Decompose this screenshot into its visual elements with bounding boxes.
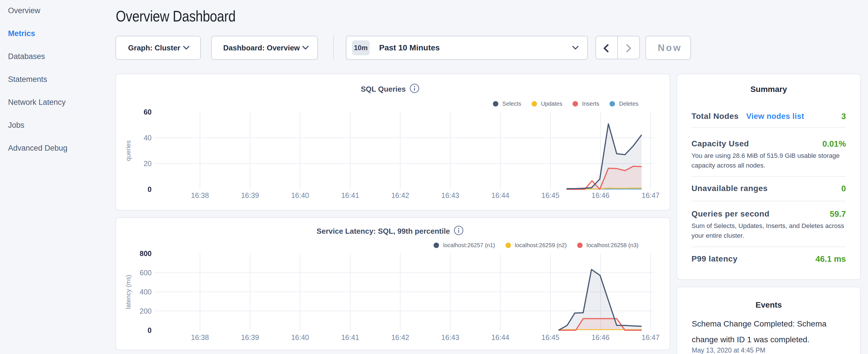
svg-text:16:47: 16:47 <box>642 191 660 199</box>
svg-text:16:39: 16:39 <box>241 191 259 199</box>
svg-text:16:38: 16:38 <box>191 191 209 199</box>
svg-text:16:38: 16:38 <box>191 333 209 342</box>
svg-text:16:43: 16:43 <box>441 191 459 199</box>
svg-text:16:46: 16:46 <box>591 191 610 199</box>
svg-text:600: 600 <box>140 269 152 277</box>
svg-text:16:42: 16:42 <box>391 333 409 342</box>
svg-text:16:43: 16:43 <box>441 333 459 342</box>
svg-text:16:44: 16:44 <box>492 333 509 342</box>
svg-text:latency (ms): latency (ms) <box>125 275 132 309</box>
svg-text:16:47: 16:47 <box>642 333 660 342</box>
svg-text:16:40: 16:40 <box>291 333 309 342</box>
svg-text:200: 200 <box>140 307 152 315</box>
svg-text:0: 0 <box>148 185 152 193</box>
svg-text:800: 800 <box>140 250 152 257</box>
svg-text:16:42: 16:42 <box>391 191 409 199</box>
svg-text:16:46: 16:46 <box>591 333 610 342</box>
svg-text:20: 20 <box>144 160 152 167</box>
svg-text:16:41: 16:41 <box>341 333 359 342</box>
svg-text:16:45: 16:45 <box>541 191 560 199</box>
svg-text:16:45: 16:45 <box>541 333 560 342</box>
svg-text:16:44: 16:44 <box>492 191 509 199</box>
svg-text:16:40: 16:40 <box>291 191 309 199</box>
svg-text:40: 40 <box>144 134 152 142</box>
svg-text:60: 60 <box>144 108 152 116</box>
svg-text:400: 400 <box>140 288 152 296</box>
svg-text:queries: queries <box>125 140 132 161</box>
svg-text:16:39: 16:39 <box>241 333 259 342</box>
svg-text:0: 0 <box>148 326 152 334</box>
svg-text:16:41: 16:41 <box>341 191 359 199</box>
